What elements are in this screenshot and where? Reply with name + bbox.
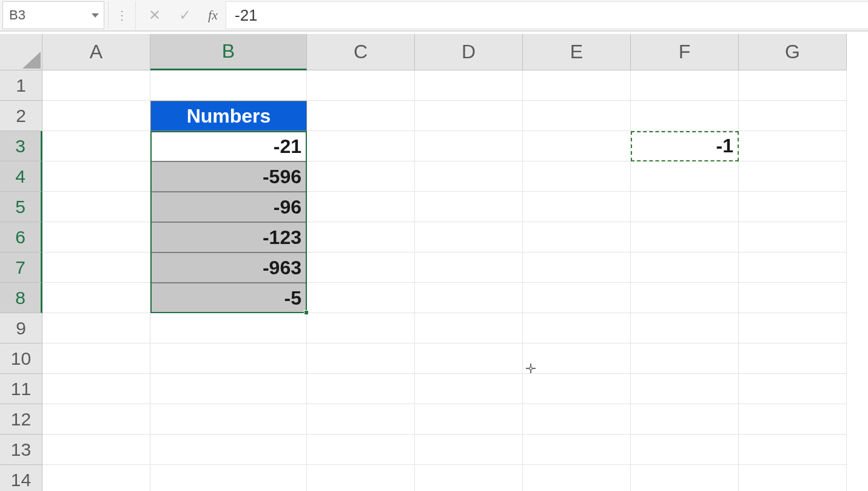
cell-A5[interactable] [42,192,150,222]
column-header-F[interactable]: F [631,34,739,70]
row-header-5[interactable]: 5 [0,192,42,222]
cell-A12[interactable] [42,404,150,435]
row-header-8[interactable]: 8 [0,283,42,313]
cell-E7[interactable] [523,252,631,283]
column-header-E[interactable]: E [523,34,631,70]
cell-B14[interactable] [150,465,307,491]
row-header-2[interactable]: 2 [0,101,42,131]
cell-E14[interactable] [523,465,631,491]
row-header-7[interactable]: 7 [0,252,42,283]
select-all-triangle[interactable] [0,34,42,70]
cell-G1[interactable] [739,70,847,101]
cell-E3[interactable] [523,131,631,161]
cell-D2[interactable] [415,101,523,131]
cell-F4[interactable] [631,161,739,192]
cell-F13[interactable] [631,435,739,465]
cell-D7[interactable] [415,252,523,283]
cell-G10[interactable] [739,344,847,374]
cell-G7[interactable] [739,252,847,283]
cell-C12[interactable] [307,404,415,435]
cell-A9[interactable] [42,313,150,344]
cell-C11[interactable] [307,374,415,404]
cell-D3[interactable] [415,131,523,161]
cell-G14[interactable] [739,465,847,491]
cell-E4[interactable] [523,161,631,192]
cell-C4[interactable] [307,161,415,192]
table-data-cell[interactable]: -96 [150,192,307,222]
cell-G13[interactable] [739,435,847,465]
row-header-3[interactable]: 3 [0,131,42,161]
cell-C5[interactable] [307,192,415,222]
cell-D14[interactable] [415,465,523,491]
cell-C7[interactable] [307,252,415,283]
cell-A4[interactable] [42,161,150,192]
cell-F12[interactable] [631,404,739,435]
cell-E13[interactable] [523,435,631,465]
cancel-button[interactable]: ✕ [140,1,170,29]
cell-F5[interactable] [631,192,739,222]
row-header-11[interactable]: 11 [0,374,42,404]
cell-G12[interactable] [739,404,847,435]
cell-C2[interactable] [307,101,415,131]
cell-D4[interactable] [415,161,523,192]
kebab-icon[interactable]: ⋮ [112,8,132,22]
cell-A8[interactable] [42,283,150,313]
cell-D5[interactable] [415,192,523,222]
cell-F14[interactable] [631,465,739,491]
cell-A10[interactable] [42,344,150,374]
cell-E6[interactable] [523,222,631,252]
cell-F2[interactable] [631,101,739,131]
cell-B11[interactable] [150,374,307,404]
row-header-9[interactable]: 9 [0,313,42,344]
row-header-1[interactable]: 1 [0,70,42,101]
cell-G4[interactable] [739,161,847,192]
cell-C6[interactable] [307,222,415,252]
cell-B1[interactable] [150,70,307,101]
cell-A6[interactable] [42,222,150,252]
formula-input[interactable]: -21 [226,1,868,29]
cell-F11[interactable] [631,374,739,404]
row-header-6[interactable]: 6 [0,222,42,252]
row-header-10[interactable]: 10 [0,344,42,374]
cell-G11[interactable] [739,374,847,404]
cell-C3[interactable] [307,131,415,161]
cell-G8[interactable] [739,283,847,313]
cell-D12[interactable] [415,404,523,435]
cell-G5[interactable] [739,192,847,222]
cell-F9[interactable] [631,313,739,344]
cell-D6[interactable] [415,222,523,252]
row-header-14[interactable]: 14 [0,465,42,491]
cell-B10[interactable] [150,344,307,374]
cell-G6[interactable] [739,222,847,252]
row-header-4[interactable]: 4 [0,161,42,192]
cell-F6[interactable] [631,222,739,252]
chevron-down-icon[interactable] [92,13,99,18]
cell-F7[interactable] [631,252,739,283]
table-data-cell[interactable]: -123 [150,222,307,252]
column-header-G[interactable]: G [739,34,847,70]
cell-C13[interactable] [307,435,415,465]
cell-E10[interactable] [523,344,631,374]
cell-A1[interactable] [42,70,150,101]
cell-D8[interactable] [415,283,523,313]
cell-D9[interactable] [415,313,523,344]
cell-D10[interactable] [415,344,523,374]
insert-function-button[interactable]: fx [200,7,226,23]
cell-D11[interactable] [415,374,523,404]
cell-E11[interactable] [523,374,631,404]
column-header-B[interactable]: B [150,34,307,70]
cell-A7[interactable] [42,252,150,283]
row-header-12[interactable]: 12 [0,404,42,435]
table-data-cell[interactable]: -596 [150,161,307,192]
cell-F10[interactable] [631,344,739,374]
row-header-13[interactable]: 13 [0,435,42,465]
table-header-cell[interactable]: Numbers [150,101,307,131]
cell-D13[interactable] [415,435,523,465]
cell-E1[interactable] [523,70,631,101]
cell-E5[interactable] [523,192,631,222]
table-data-cell[interactable]: -963 [150,252,307,283]
column-header-D[interactable]: D [415,34,523,70]
cell-B9[interactable] [150,313,307,344]
cell-F8[interactable] [631,283,739,313]
cell-E8[interactable] [523,283,631,313]
